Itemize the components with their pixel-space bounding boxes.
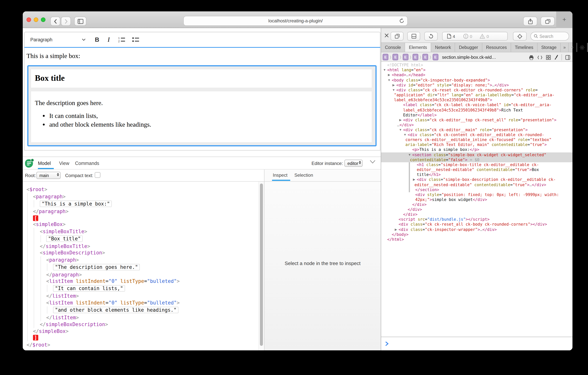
disclosure-closed-icon[interactable]: ▶ [394,227,398,232]
model-text-node[interactable]: "It can contain lists," [53,285,125,292]
dom-tree-line[interactable]: <h1 class="simple-box-title ck-editor__e… [417,162,539,167]
dom-tree-line[interactable]: <p>This is a simple box:</p> [412,147,479,152]
dom-tree-line[interactable]: …</div> [397,122,414,128]
model-tree-scrollbar[interactable] [258,182,264,350]
back-button[interactable] [50,17,60,26]
dom-tree-line[interactable]: </div> [403,212,418,217]
reload-button[interactable] [399,18,404,23]
disclosure-closed-icon[interactable]: ▶ [399,118,402,123]
italic-button[interactable]: I [108,36,110,44]
traffic-light-zoom[interactable] [41,17,45,22]
devtools-tab-elements[interactable]: Elements [405,43,431,52]
disclosure-closed-icon[interactable]: ▶ [392,83,396,88]
compact-text-checkbox[interactable] [95,172,100,178]
devtools-tab-storage[interactable]: Storage [537,43,561,52]
simple-box-title-area[interactable]: Box title [31,69,372,88]
dom-tree-line[interactable]: </body> [392,232,409,237]
dom-tree-line[interactable]: "application" dir="ltr" lang="en" aria-l… [394,92,555,98]
tab-overflow-button[interactable]: » [561,43,569,52]
devtools-tab-console[interactable]: Console [381,43,405,52]
dom-tree-line[interactable]: label_e63cbbfece34c53ce23501062343f49b8"… [403,108,523,113]
element-crumb[interactable]: E [413,54,418,60]
model-tree-line[interactable]: <listItem listIndent="0" listType="bulle… [46,277,180,285]
traffic-light-close[interactable] [27,17,31,22]
new-tab-button[interactable]: + [569,43,577,52]
model-tree-line[interactable]: </listItem> [46,292,79,299]
numbered-list-button[interactable]: 12 [118,37,125,43]
element-crumb[interactable]: E [393,54,398,60]
tab-view[interactable]: View [59,161,69,166]
selection-marker[interactable]: ] [33,334,38,341]
dom-tree-line[interactable]: <body class="ck-inspector-body-expanded"… [392,78,490,83]
model-text-node[interactable]: "Box title" [46,235,83,242]
dom-tree-line[interactable]: editor__nested-editable" contenteditable… [414,182,546,188]
simple-box-description-area[interactable]: The description goes here. It can contai… [31,91,372,142]
disclosure-closed-icon[interactable]: ▶ [387,72,391,77]
model-tree-line[interactable]: </simpleBoxDescription> [40,321,108,328]
element-crumb[interactable]: E [423,54,428,60]
dom-tree-line[interactable]: 42px;">simple box widget</div> [415,197,487,202]
dom-tree-line[interactable]: <section class="simple-box ck-widget ck-… [412,153,546,157]
model-text-node[interactable]: "This is a simple box:" [40,200,112,207]
grid-icon[interactable] [546,55,551,60]
disclosure-open-icon[interactable]: ▼ [383,67,387,73]
element-crumb[interactable]: E [403,54,408,60]
tab-commands[interactable]: Commands [75,161,99,166]
copy-node-button[interactable] [391,32,403,41]
share-button[interactable] [523,17,537,26]
dom-tree-line[interactable]: <div class="simple-box-description ck-ed… [417,177,556,182]
dom-tree-line[interactable]: </div> [408,207,422,212]
inspector-collapse-button[interactable] [370,160,376,164]
dom-tree-line[interactable]: <div class="ck ck-editor__top ck-reset_a… [403,118,556,123]
dom-tree-line[interactable]: <div id="editor" style="display: none;">… [396,83,509,88]
address-bar[interactable]: localhost/creating-a-plugin/ [183,16,408,26]
intro-paragraph[interactable]: This is a simple box: [27,52,80,60]
disclosure-open-icon[interactable]: ▼ [399,127,402,132]
model-tree-line[interactable]: <simpleBoxTitle> [40,228,87,235]
model-tree-line[interactable]: </simpleBox> [33,328,69,335]
paintbrush-icon[interactable] [554,55,558,60]
devtools-search-field[interactable]: Search [530,32,569,41]
dom-tree-line[interactable]: Editor</label> [403,113,437,118]
dom-tree-line[interactable]: <div class="ck-inspector-wrapper">…</div… [399,227,497,232]
disclosure-closed-icon[interactable]: ▶ [412,177,416,182]
chevron-down-icon[interactable] [82,38,86,41]
dom-tree-line[interactable]: </html> [387,237,404,242]
breadcrumb-selected[interactable]: section.simple-box.ck-wid… [442,55,496,59]
sidebar-button[interactable] [74,17,86,26]
tab-overview-button[interactable] [541,17,555,26]
devtools-close-button[interactable] [384,33,389,38]
dom-tree-line[interactable]: <label class="ck ck-label ck-voice-label… [403,102,552,108]
print-icon[interactable] [529,55,534,60]
model-tree-line[interactable]: <simpleBox> [33,221,65,228]
dom-tree-line[interactable]: <div class="ck ck-reset_all ck-body ck-r… [399,222,547,227]
dom-tree-line[interactable]: <div class="ck ck-editor__main" role="pr… [403,127,528,132]
model-tree-line[interactable]: </listItem> [46,314,79,321]
dom-tree-line[interactable]: corners ck-editor__editable_inline ck-fo… [405,137,551,142]
element-crumb[interactable]: E [432,54,438,60]
details-sidebar-icon[interactable] [565,55,570,60]
issues-summary-button[interactable]: 4 0 0 [442,32,508,41]
bulleted-list-button[interactable] [132,37,139,43]
model-tree-line[interactable]: <listItem listIndent="0" listType="bulle… [46,299,180,306]
model-tree-line[interactable]: </simpleBoxTitle> [40,243,90,250]
root-select[interactable]: main [36,172,61,179]
dom-tree-line[interactable]: title</h1> [417,172,441,177]
devtools-tab-resources[interactable]: Resources [482,43,511,52]
model-text-node[interactable]: "and other block elements like headings.… [53,306,178,314]
disclosure-open-icon[interactable]: ▼ [408,153,411,157]
model-tree-line[interactable]: <paragraph> [46,256,79,264]
dom-tree-line[interactable]: </div> [412,202,427,207]
disclosure-open-icon[interactable]: ▼ [387,78,391,83]
model-tree-line[interactable]: <paragraph> [33,193,65,200]
dom-tree-line[interactable]: <div class="ck ck-reset ck-editor ck-rou… [396,88,538,93]
devtools-tab-timelines[interactable]: Timelines [511,43,538,52]
tab-inspect[interactable]: Inspect [273,173,287,178]
element-crumb[interactable]: E [383,54,388,60]
dom-tree-line[interactable]: <!DOCTYPE html> [387,63,423,68]
model-text-node[interactable]: "The description goes here." [53,264,140,271]
model-tree-line[interactable]: </$root> [27,341,50,348]
paragraph-dropdown[interactable]: Paragraph [30,37,52,42]
dom-tree-line[interactable]: label_e63cbbfece34c53ce23501062343f49b8"… [394,98,492,103]
split-console-button[interactable] [407,32,420,41]
